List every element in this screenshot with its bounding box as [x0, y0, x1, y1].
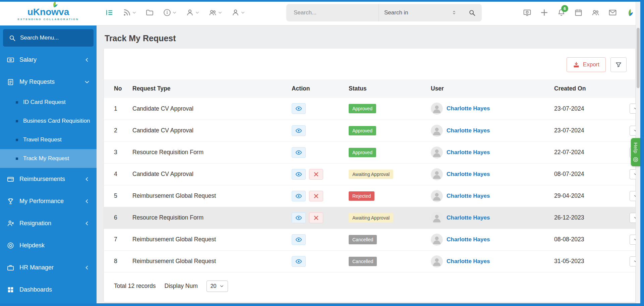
help-tab[interactable]: Help: [631, 138, 640, 166]
user-link[interactable]: Charlotte Hayes: [447, 105, 490, 112]
cell-user: Charlotte Hayes: [427, 141, 551, 163]
sidebar-item-investment-declarations[interactable]: Investment Declarations: [0, 301, 97, 306]
view-request-button[interactable]: [292, 212, 306, 223]
card-toolbar: Export: [104, 49, 635, 79]
view-request-button[interactable]: [292, 191, 306, 201]
sidebar-item-reimbursements[interactable]: Reimbursements: [0, 168, 97, 190]
column-header-action: Action: [288, 79, 345, 98]
request-row: 4Candidate CV ApprovalAwaiting ApprovalC…: [104, 163, 635, 185]
eye-icon: [295, 215, 302, 221]
sidebar-item-label: Helpdesk: [19, 242, 45, 249]
table-body: 1Candidate CV ApprovalApprovedCharlotte …: [104, 98, 635, 272]
topbar-bell-button[interactable]: 6: [557, 8, 566, 17]
sidebar-subitem-travel-request[interactable]: Travel Request: [0, 130, 97, 149]
topbar-screen-capture-button[interactable]: [523, 8, 531, 17]
sidebar-search[interactable]: Search Menu...: [3, 29, 94, 47]
cancel-request-button[interactable]: [309, 191, 323, 201]
topbar-folder-button[interactable]: [145, 8, 154, 17]
export-label: Export: [583, 61, 599, 68]
sidebar-item-label: Dashboards: [19, 286, 52, 293]
topbar-calendar-button[interactable]: [574, 8, 583, 17]
topbar: Search in 6: [97, 0, 644, 25]
view-request-button[interactable]: [292, 147, 306, 158]
cell-user: Charlotte Hayes: [427, 98, 551, 120]
cell-actions: [288, 141, 345, 163]
sidebar-subitem-label: Travel Request: [23, 136, 62, 143]
content: Track My Request Export: [97, 25, 644, 306]
scrollbar-thumb[interactable]: [637, 28, 640, 88]
cell-actions: [288, 229, 345, 250]
sidebar-subitem-id-card-request[interactable]: ID Card Request: [0, 93, 97, 112]
sidebar-subitem-business-card-requisition[interactable]: Business Card Requisition: [0, 112, 97, 130]
topbar-rss-button[interactable]: [123, 8, 136, 17]
sidebar-subitem-label: Track My Request: [23, 155, 69, 162]
topbar-info-button[interactable]: [163, 8, 177, 17]
cell-expand: [626, 229, 635, 250]
display-num-value: 20: [211, 283, 217, 289]
topbar-plus-button[interactable]: [540, 8, 548, 17]
sidebar-item-hr-manager[interactable]: HR Manager: [0, 256, 97, 279]
uknowva-logo[interactable]: uKnowva EXTENDING COLLABORATION: [0, 0, 97, 25]
mail-icon: [608, 8, 617, 17]
user-group-icon: [209, 8, 217, 17]
user-link[interactable]: Charlotte Hayes: [447, 149, 490, 156]
request-row: 8Reimbursement Global RequestCancelledCh…: [104, 250, 635, 272]
sidebar-item-helpdesk[interactable]: Helpdesk: [0, 234, 97, 256]
cell-request-type: Reimbursement Global Request: [129, 229, 288, 250]
view-request-button[interactable]: [292, 125, 306, 136]
search-input[interactable]: [286, 9, 378, 16]
topbar-mail-button[interactable]: [608, 8, 617, 17]
cancel-request-button[interactable]: [309, 169, 323, 180]
filter-button[interactable]: [610, 57, 627, 72]
user-link[interactable]: Charlotte Hayes: [447, 215, 490, 221]
topbar-uknowva-mark-button[interactable]: [626, 8, 634, 17]
topbar-user-single-button[interactable]: [231, 8, 245, 17]
topbar-user-button[interactable]: [186, 8, 199, 17]
sidebar-item-resignation[interactable]: Resignation: [0, 212, 97, 234]
column-header-request-type: Request Type: [129, 79, 288, 98]
user-link[interactable]: Charlotte Hayes: [447, 171, 490, 178]
cell-actions: [288, 120, 345, 141]
column-header-status: Status: [345, 79, 427, 98]
bullet-icon: [16, 158, 18, 160]
sidebar-item-dashboards[interactable]: Dashboards: [0, 279, 97, 301]
cell-request-type: Resource Requisition Form: [129, 207, 288, 229]
user-group-icon: [591, 8, 600, 17]
sidebar-subitem-track-my-request[interactable]: Track My Request: [0, 149, 97, 168]
view-request-button[interactable]: [292, 169, 306, 180]
sidebar-item-salary[interactable]: Salary: [0, 49, 97, 71]
cancel-request-button[interactable]: [309, 212, 323, 223]
sidebar-search-label: Search Menu...: [20, 35, 59, 41]
sidebar-item-my-requests[interactable]: My Requests: [0, 71, 97, 93]
search-button[interactable]: [462, 4, 482, 21]
view-request-button[interactable]: [292, 256, 306, 267]
user-link[interactable]: Charlotte Hayes: [447, 193, 490, 199]
cell-status: Approved: [345, 120, 427, 141]
request-row: 7Reimbursement Global RequestCancelledCh…: [104, 229, 635, 250]
cell-created-on: 26-12-2023: [551, 207, 626, 229]
user-link[interactable]: Charlotte Hayes: [447, 258, 490, 265]
global-search: Search in: [286, 4, 482, 21]
avatar-icon: [431, 146, 443, 159]
cell-actions: [288, 207, 345, 229]
chev-down-icon: [132, 10, 136, 15]
eye-icon: [295, 236, 302, 243]
screen-capture-icon: [523, 8, 531, 17]
topbar-user-group-button[interactable]: [209, 8, 222, 17]
request-row: 3Resource Requisition FormApprovedCharlo…: [104, 141, 635, 163]
requests-card: Export NoRequest TypeActionStatusUserCre…: [104, 49, 635, 302]
user-link[interactable]: Charlotte Hayes: [447, 236, 490, 243]
eye-icon: [295, 149, 302, 156]
user-link[interactable]: Charlotte Hayes: [447, 127, 490, 134]
topbar-user-group-button[interactable]: [591, 8, 600, 17]
cell-status: Approved: [345, 98, 427, 120]
export-button[interactable]: Export: [567, 57, 606, 72]
topbar-menu-toggle-button[interactable]: [105, 8, 114, 17]
view-request-button[interactable]: [292, 103, 306, 114]
display-num-select[interactable]: 20: [207, 281, 228, 292]
sidebar-item-my-performance[interactable]: My Performance: [0, 190, 97, 212]
view-request-button[interactable]: [292, 234, 306, 245]
cell-user: Charlotte Hayes: [427, 250, 551, 272]
search-scope-select[interactable]: Search in: [378, 4, 462, 21]
cell-no: 6: [104, 207, 129, 229]
